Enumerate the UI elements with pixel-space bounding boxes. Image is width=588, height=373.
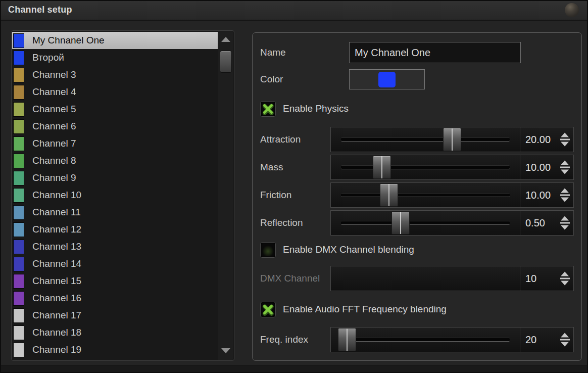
channel-item-label: Channel 5 bbox=[32, 104, 76, 115]
color-label: Color bbox=[260, 74, 283, 85]
spinner-down-icon bbox=[561, 142, 569, 147]
channel-list-item[interactable]: Channel 5 bbox=[12, 101, 218, 118]
channel-list-item[interactable]: My Chnanel One bbox=[12, 32, 218, 49]
slider-groove bbox=[341, 193, 510, 197]
channel-list-item[interactable]: Channel 4 bbox=[12, 83, 218, 101]
channel-list-item[interactable]: Channel 19 bbox=[12, 341, 218, 358]
scrollbar-thumb[interactable] bbox=[220, 51, 232, 73]
mass-spinner[interactable] bbox=[559, 161, 571, 174]
attraction-spinner[interactable] bbox=[559, 133, 571, 147]
channel-list-scrollbar[interactable] bbox=[218, 31, 233, 360]
channel-item-label: Channel 4 bbox=[32, 86, 76, 98]
attraction-slider-thumb[interactable] bbox=[443, 128, 461, 151]
channel-list-item[interactable]: Channel 7 bbox=[12, 135, 218, 152]
dmx-channel-value-cell: 10 bbox=[520, 266, 573, 291]
channel-item-label: Channel 17 bbox=[32, 310, 81, 321]
name-row: Name bbox=[253, 42, 575, 63]
spinner-up-icon bbox=[561, 189, 569, 193]
channel-list-item[interactable]: Channel 15 bbox=[12, 272, 218, 290]
mass-slider[interactable] bbox=[331, 155, 520, 179]
spinner-up-icon bbox=[561, 216, 569, 221]
reflection-value: 0.50 bbox=[525, 217, 545, 229]
enable-fft-checkbox[interactable] bbox=[260, 302, 276, 317]
channel-list-item[interactable]: Channel 9 bbox=[12, 169, 218, 186]
freq-index-slider-thumb[interactable] bbox=[338, 328, 356, 351]
enable-dmx-checkbox[interactable] bbox=[260, 242, 276, 258]
scroll-down-button[interactable] bbox=[218, 345, 233, 357]
channel-list-item[interactable]: Channel 10 bbox=[12, 186, 218, 204]
friction-slider[interactable] bbox=[331, 183, 520, 207]
channel-list-item[interactable]: Channel 3 bbox=[12, 66, 218, 83]
enable-physics-checkbox[interactable] bbox=[260, 101, 276, 117]
slider-groove bbox=[341, 137, 510, 142]
channel-item-label: My Chnanel One bbox=[32, 35, 105, 46]
channel-swatch-icon bbox=[13, 188, 24, 203]
reflection-slider-thumb[interactable] bbox=[391, 211, 410, 235]
spinner-bar-icon bbox=[560, 167, 570, 168]
slider-groove bbox=[341, 338, 510, 342]
mass-slider-thumb[interactable] bbox=[373, 156, 391, 179]
channel-list-item[interactable]: Channel 8 bbox=[12, 152, 218, 169]
name-label: Name bbox=[260, 47, 286, 58]
channel-list-item[interactable]: Channel 18 bbox=[12, 324, 218, 341]
friction-label: Friction bbox=[260, 190, 291, 201]
green-x-icon bbox=[261, 102, 275, 116]
channel-swatch-icon bbox=[13, 205, 24, 220]
channel-list-item[interactable]: Channel 11 bbox=[12, 204, 218, 221]
spinner-down-icon bbox=[561, 342, 569, 347]
dmx-channel-slider-disabled bbox=[331, 266, 520, 291]
channel-list-item[interactable]: Channel 17 bbox=[12, 307, 218, 324]
channel-list-item[interactable]: Channel 13 bbox=[12, 238, 218, 255]
dmx-channel-row: DMX Channel 10 bbox=[253, 266, 575, 291]
friction-slider-thumb[interactable] bbox=[380, 183, 398, 207]
channel-list-item[interactable]: Второй bbox=[12, 49, 218, 66]
enable-physics-label: Enable Physics bbox=[283, 103, 349, 114]
channel-color-button[interactable] bbox=[349, 69, 425, 89]
channel-swatch-icon bbox=[13, 154, 24, 168]
channel-list-item[interactable]: Channel 6 bbox=[12, 118, 218, 135]
channel-swatch-icon bbox=[13, 308, 24, 323]
channel-item-label: Channel 9 bbox=[32, 172, 76, 183]
channel-swatch-icon bbox=[13, 257, 24, 271]
channel-swatch-icon bbox=[13, 68, 24, 82]
channel-swatch-icon bbox=[13, 33, 24, 48]
freq-index-spinner[interactable] bbox=[559, 333, 571, 347]
freq-index-value: 20 bbox=[525, 334, 536, 346]
reflection-label: Reflection bbox=[260, 217, 303, 228]
spinner-bar-icon bbox=[560, 339, 570, 341]
freq-index-value-cell: 20 bbox=[520, 328, 573, 352]
dmx-channel-value: 10 bbox=[525, 273, 536, 285]
titlebar[interactable]: Channel setup bbox=[1, 1, 587, 21]
dmx-channel-spinner[interactable] bbox=[559, 272, 571, 286]
reflection-spinner[interactable] bbox=[559, 216, 571, 230]
attraction-value-cell: 20.00 bbox=[520, 127, 573, 152]
channel-list-item[interactable]: Channel 14 bbox=[12, 255, 218, 272]
channel-swatch-icon bbox=[13, 274, 24, 289]
channel-item-label: Channel 19 bbox=[32, 344, 81, 355]
triangle-up-icon bbox=[221, 37, 230, 42]
scroll-up-button[interactable] bbox=[218, 33, 233, 45]
channel-swatch-icon bbox=[13, 102, 24, 117]
channel-item-label: Channel 11 bbox=[32, 207, 81, 218]
window-title: Channel setup bbox=[8, 5, 72, 15]
lamp-icon bbox=[565, 3, 579, 17]
channel-item-label: Channel 18 bbox=[32, 327, 81, 338]
friction-value-cell: 10.00 bbox=[520, 183, 573, 207]
channel-swatch-icon bbox=[13, 325, 24, 340]
attraction-control: 20.00 bbox=[330, 127, 574, 152]
spinner-down-icon bbox=[561, 225, 569, 230]
reflection-row: Reflection 0.50 bbox=[253, 210, 575, 236]
freq-index-slider[interactable] bbox=[331, 328, 520, 352]
window-bottom-edge bbox=[1, 365, 587, 372]
mass-control: 10.00 bbox=[330, 155, 574, 180]
attraction-slider[interactable] bbox=[331, 127, 520, 152]
channel-list-item[interactable]: Channel 16 bbox=[12, 290, 218, 307]
reflection-slider[interactable] bbox=[331, 211, 520, 235]
friction-spinner[interactable] bbox=[559, 189, 571, 202]
enable-dmx-label: Enable DMX Channel blending bbox=[283, 244, 414, 255]
channel-list-item[interactable]: Channel 12 bbox=[12, 221, 218, 238]
enable-physics-row: Enable Physics bbox=[260, 101, 349, 117]
channel-name-input[interactable] bbox=[349, 42, 521, 63]
freq-index-control: 20 bbox=[330, 327, 574, 352]
channel-list-rows: My Chnanel OneВторойChannel 3Channel 4Ch… bbox=[12, 32, 218, 358]
